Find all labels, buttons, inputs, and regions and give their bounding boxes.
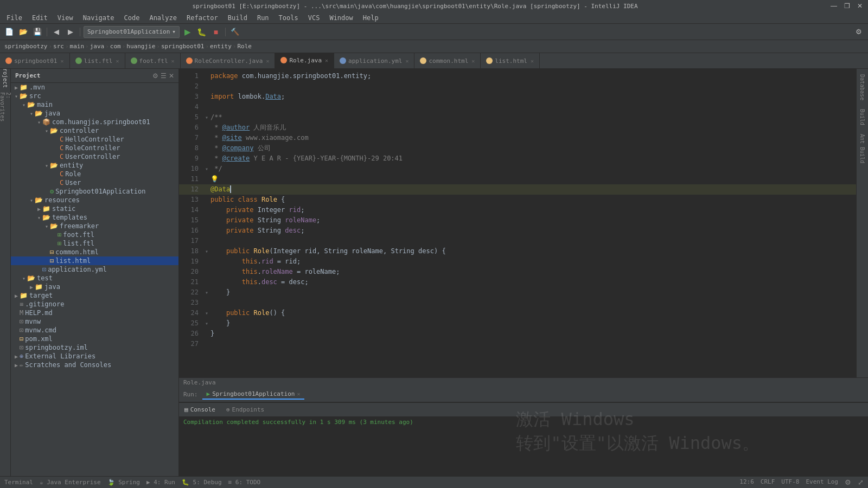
console-tab[interactable]: ▤ Console (179, 403, 221, 417)
src-12[interactable]: @Data (210, 184, 856, 195)
tree-item-listhtml[interactable]: ▾ ⊟ list.html (11, 256, 178, 265)
tree-item-target[interactable]: ▶ 📁 target (11, 291, 178, 300)
fold-18[interactable]: ▾ (203, 246, 210, 256)
run-status-tab[interactable]: ▶ 4: Run (146, 479, 175, 486)
tree-item-appyml[interactable]: ▾ ⊡ application.yml (11, 265, 178, 274)
endpoints-tab[interactable]: ⊕ Endpoints (221, 403, 270, 417)
src-22[interactable]: } (210, 287, 856, 298)
debug-button[interactable]: 🐛 (196, 26, 208, 38)
spring-tab[interactable]: 🍃 Spring (107, 479, 140, 486)
tab-rolecontroller[interactable]: RoleController.java ✕ (181, 53, 276, 68)
tree-item-commonhtml[interactable]: ▾ ⊟ common.html (11, 248, 178, 256)
tab-appyml[interactable]: application.yml ✕ (334, 53, 414, 68)
tab-listhtml[interactable]: list.html ✕ (481, 53, 540, 68)
line-ending[interactable]: CRLF (761, 478, 775, 486)
tree-item-listftl[interactable]: ▾ ⊞ list.ftl (11, 239, 178, 248)
src-26[interactable]: } (210, 329, 856, 339)
src-6[interactable]: * @author 人间音乐儿 (210, 123, 856, 133)
todo-tab[interactable]: ≡ 6: TODO (228, 479, 261, 486)
run-config-dropdown[interactable]: Springboot01Application ▾ (84, 26, 180, 38)
tree-item-footftl[interactable]: ▾ ⊞ foot.ftl (11, 230, 178, 239)
settings-icon-button[interactable]: ⚙ (845, 478, 851, 486)
new-file-button[interactable]: 📄 (3, 26, 15, 38)
tree-item-app[interactable]: ▾ ⚙ Springboot01Application (11, 187, 178, 196)
menu-tools[interactable]: Tools (275, 13, 303, 23)
save-button[interactable]: 💾 (31, 26, 43, 38)
run-app-tab[interactable]: ▶ Springboot01Application ✕ (202, 389, 305, 400)
tree-item-resources[interactable]: ▾ 📂 resources (11, 196, 178, 204)
src-27[interactable] (210, 339, 856, 349)
expand-icon-button[interactable]: ⤢ (858, 478, 864, 486)
antbuild-panel-tab[interactable]: Ant Build (858, 131, 867, 166)
menu-file[interactable]: File (2, 13, 27, 23)
tree-item-static[interactable]: ▶ 📁 static (11, 204, 178, 213)
tree-item-user[interactable]: ▾ C User (11, 178, 178, 187)
src-9[interactable]: * @create Y E A R - {YEAR}-YEAR-{MONTH}-… (210, 153, 856, 164)
menu-edit[interactable]: Edit (28, 13, 52, 23)
tree-item-test-java[interactable]: ▶ 📁 java (11, 282, 178, 291)
tree-item-java-folder[interactable]: ▾ 📂 java (11, 109, 178, 118)
minimize-button[interactable]: — (830, 2, 838, 10)
bc-entity[interactable]: entity (210, 43, 232, 50)
src-7[interactable]: * @site www.xiaomage.com (210, 133, 856, 143)
src-23[interactable] (210, 298, 856, 308)
bc-huangjie[interactable]: huangjie (126, 43, 155, 50)
tree-item-mvnwcmd[interactable]: ▾ ⊡ mvnw.cmd (11, 326, 178, 335)
src-2[interactable] (210, 81, 856, 92)
java-enterprise-tab[interactable]: ☕ Java Enterprise (40, 479, 101, 486)
tab-rolejava[interactable]: Role.java ✕ (275, 53, 334, 68)
src-18[interactable]: public Role(Integer rid, String roleName… (210, 246, 856, 256)
tree-item-mvn[interactable]: ▶ 📁 .mvn (11, 83, 178, 92)
tree-item-freemarker[interactable]: ▾ 📂 freemarker (11, 222, 178, 230)
src-19[interactable]: this.rid = rid; (210, 256, 856, 267)
back-button[interactable]: ◀ (50, 26, 62, 38)
src-20[interactable]: this.roleName = roleName; (210, 267, 856, 277)
menu-vcs[interactable]: VCS (304, 13, 324, 23)
favorites-panel-icon[interactable]: 2: Favorites (0, 100, 12, 113)
tree-item-package[interactable]: ▾ 📦 com.huangjie.springboot01 (11, 118, 178, 126)
tree-item-scratches[interactable]: ▶ ✏ Scratches and Consoles (11, 361, 178, 369)
tree-item-springbootzyiml[interactable]: ▾ ⊡ springbootzy.iml (11, 343, 178, 352)
fold-5[interactable]: ▾ (203, 112, 210, 123)
close-tab-rolejava[interactable]: ✕ (325, 57, 328, 63)
fold-10[interactable]: ▾ (203, 164, 210, 174)
menu-view[interactable]: View (53, 13, 78, 23)
forward-button[interactable]: ▶ (65, 26, 76, 38)
tree-item-role[interactable]: ▾ C Role (11, 170, 178, 178)
fold-24[interactable]: ▾ (203, 308, 210, 318)
src-16[interactable]: private String desc; (210, 226, 856, 236)
menu-analyze[interactable]: Analyze (145, 13, 181, 23)
tree-item-helpmd[interactable]: ▾ M HELP.md (11, 309, 178, 317)
hide-panel-button[interactable]: ✕ (169, 72, 174, 80)
menu-run[interactable]: Run (253, 13, 273, 23)
src-13[interactable]: public class Role { (210, 195, 856, 205)
close-tab-listhtml[interactable]: ✕ (531, 58, 534, 64)
src-3[interactable]: import lombok.Data; (210, 92, 856, 102)
menu-navigate[interactable]: Navigate (79, 13, 119, 23)
maximize-button[interactable]: ❐ (843, 2, 851, 10)
build-button[interactable]: 🔨 (229, 26, 241, 38)
src-11[interactable]: 💡 (210, 174, 856, 184)
tree-item-entity-folder[interactable]: ▾ 📂 entity (11, 161, 178, 170)
menu-help[interactable]: Help (359, 13, 383, 23)
src-10[interactable]: */ (210, 164, 856, 174)
settings-button[interactable]: ⚙ (853, 26, 865, 38)
stop-button[interactable]: ■ (210, 26, 222, 38)
src-25[interactable]: } (210, 318, 856, 329)
src-14[interactable]: private Integer rid; (210, 205, 856, 215)
tree-item-hello-controller[interactable]: ▾ C HelloController (11, 135, 178, 144)
menu-refactor[interactable]: Refactor (182, 13, 222, 23)
tree-item-gitignore[interactable]: ▾ ≡ .gitignore (11, 300, 178, 309)
tree-item-main[interactable]: ▾ 📂 main (11, 100, 178, 109)
close-tab-springboot01[interactable]: ✕ (60, 58, 63, 64)
src-8[interactable]: * @company 公司 (210, 143, 856, 153)
tab-footftl[interactable]: foot.ftl ✕ (125, 53, 181, 68)
src-5[interactable]: /** (210, 112, 856, 123)
run-button[interactable]: ▶ (182, 26, 194, 38)
encoding[interactable]: UTF-8 (781, 478, 799, 486)
tree-item-controller-folder[interactable]: ▾ 📂 controller (11, 126, 178, 135)
open-button[interactable]: 📂 (17, 26, 29, 38)
tree-item-mvnw[interactable]: ▾ ⊡ mvnw (11, 317, 178, 326)
menu-window[interactable]: Window (325, 13, 357, 23)
database-panel-tab[interactable]: Database (858, 71, 867, 104)
